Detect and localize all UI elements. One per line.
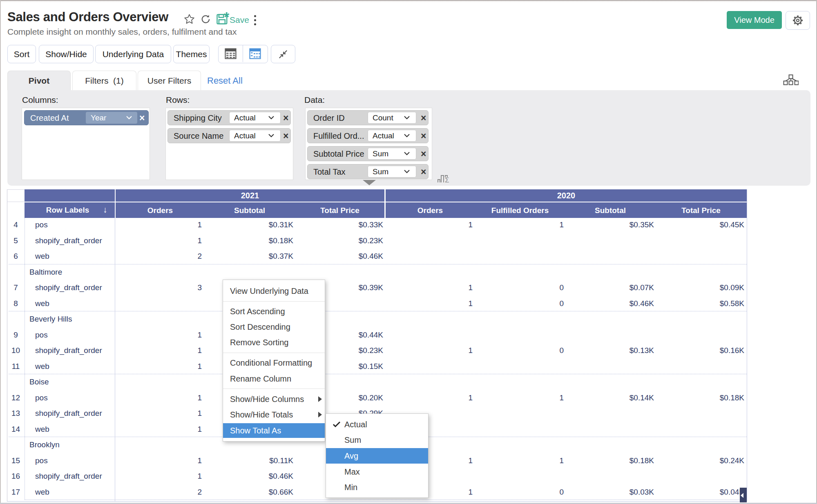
svg-text:Σ: Σ xyxy=(445,176,449,183)
